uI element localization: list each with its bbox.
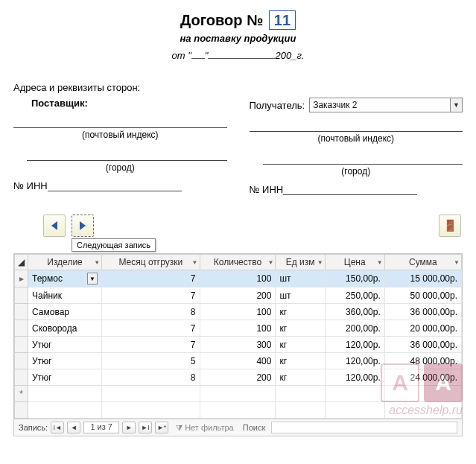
chevron-down-icon[interactable]: ▼ (192, 259, 198, 266)
last-record-button[interactable]: ►I (139, 422, 152, 433)
cell-month[interactable]: 7 (102, 337, 200, 353)
recipient-city-line[interactable] (263, 153, 463, 165)
recipient-inn-line[interactable] (283, 185, 417, 195)
table-row[interactable]: ▸Термос▼7100шт150,00р.15 000,00р. (15, 270, 462, 287)
empty-cell[interactable] (102, 386, 200, 402)
next-record-button[interactable] (72, 214, 94, 237)
chevron-down-icon[interactable]: ▼ (454, 259, 460, 266)
row-selector[interactable] (15, 304, 28, 320)
table-row[interactable]: Чайник7200шт250,00р.50 000,00р. (15, 287, 462, 304)
cell-month[interactable]: 8 (102, 369, 200, 386)
empty-cell[interactable] (384, 386, 461, 402)
cell-item[interactable]: Утюг (28, 337, 102, 353)
cell-unit[interactable]: кг (276, 320, 325, 337)
cell-month[interactable]: 7 (102, 320, 200, 337)
row-selector[interactable]: ▸ (15, 270, 28, 287)
cell-price[interactable]: 360,00р. (325, 304, 384, 320)
cell-price[interactable]: 120,00р. (325, 337, 384, 353)
col-item[interactable]: Изделие▼ (28, 255, 102, 270)
cell-price[interactable]: 120,00р. (325, 353, 384, 369)
cell-sum[interactable]: 24 000,00р. (384, 369, 461, 386)
row-selector[interactable] (15, 287, 28, 304)
row-selector[interactable] (15, 353, 28, 369)
cell-price[interactable]: 150,00р. (325, 270, 384, 287)
cell-month[interactable]: 7 (102, 287, 200, 304)
close-form-button[interactable]: 🚪 (439, 214, 461, 237)
chevron-down-icon[interactable]: ▼ (317, 259, 323, 266)
col-price[interactable]: Цена▼ (325, 255, 384, 270)
cell-sum[interactable]: 20 000,00р. (384, 320, 461, 337)
filter-indicator[interactable]: ⧩ Нет фильтра (176, 423, 234, 433)
row-selector-header[interactable]: ◢ (15, 255, 28, 270)
cell-qty[interactable]: 400 (200, 353, 276, 369)
cell-month[interactable]: 8 (102, 304, 200, 320)
recipient-combobox[interactable]: Заказчик 2 ▼ (309, 98, 463, 112)
col-unit[interactable]: Ед изм▼ (276, 255, 325, 270)
prev-record-nav-button[interactable]: ◄ (67, 422, 80, 433)
next-record-nav-button[interactable]: ► (122, 422, 136, 433)
cell-qty[interactable]: 100 (200, 320, 276, 337)
supplier-inn-line[interactable] (48, 181, 182, 191)
table-row[interactable]: Утюг7300кг120,00р.36 000,00р. (15, 337, 462, 353)
col-month[interactable]: Месяц отгрузки▼ (102, 255, 200, 270)
cell-sum[interactable]: 15 000,00р. (384, 270, 461, 287)
row-selector[interactable] (15, 337, 28, 353)
contract-number-field[interactable]: 11 (269, 10, 296, 30)
supplier-city-line[interactable] (27, 149, 227, 161)
chevron-down-icon[interactable]: ▼ (450, 98, 462, 112)
empty-cell[interactable] (276, 386, 325, 402)
cell-unit[interactable]: кг (276, 369, 325, 386)
table-row[interactable]: Утюг5400кг120,00р.48 000,00р. (15, 353, 462, 369)
table-row[interactable]: Самовар8100кг360,00р.36 000,00р. (15, 304, 462, 320)
table-row[interactable]: Сковорода7100кг200,00р.20 000,00р. (15, 320, 462, 337)
cell-item[interactable]: Термос▼ (28, 270, 102, 287)
col-sum[interactable]: Сумма▼ (384, 255, 461, 270)
cell-qty[interactable]: 200 (200, 369, 276, 386)
cell-price[interactable]: 250,00р. (325, 287, 384, 304)
cell-qty[interactable]: 300 (200, 337, 276, 353)
cell-month[interactable]: 7 (102, 270, 200, 287)
empty-cell[interactable] (200, 386, 276, 402)
new-record-selector[interactable]: * (15, 386, 28, 402)
row-selector[interactable] (15, 320, 28, 337)
new-record-row[interactable]: * (15, 386, 462, 402)
cell-unit[interactable]: шт (276, 270, 325, 287)
chevron-down-icon[interactable]: ▼ (87, 273, 98, 285)
cell-price[interactable]: 200,00р. (325, 320, 384, 337)
new-record-button[interactable]: ►* (155, 422, 168, 433)
cell-item[interactable]: Сковорода (28, 320, 102, 337)
cell-qty[interactable]: 200 (200, 287, 276, 304)
cell-sum[interactable]: 36 000,00р. (384, 304, 461, 320)
empty-cell[interactable] (28, 386, 102, 402)
cell-item[interactable]: Утюг (28, 369, 102, 386)
cell-item[interactable]: Самовар (28, 304, 102, 320)
cell-qty[interactable]: 100 (200, 304, 276, 320)
search-input[interactable] (271, 422, 457, 433)
table-row[interactable]: Утюг8200кг120,00р.24 000,00р. (15, 369, 462, 386)
cell-unit[interactable]: кг (276, 353, 325, 369)
supplier-postal-line[interactable] (13, 116, 227, 128)
col-qty[interactable]: Количество▼ (200, 255, 276, 270)
cell-qty[interactable]: 100 (200, 270, 276, 287)
recipient-postal-line[interactable] (250, 120, 463, 132)
cell-sum[interactable]: 50 000,00р. (384, 287, 461, 304)
cell-item[interactable]: Чайник (28, 287, 102, 304)
cell-item[interactable]: Утюг (28, 353, 102, 369)
cell-unit[interactable]: кг (276, 304, 325, 320)
cell-unit[interactable]: кг (276, 337, 325, 353)
record-position[interactable]: 1 из 7 (83, 422, 119, 433)
chevron-down-icon[interactable]: ▼ (94, 259, 100, 266)
cell-unit[interactable]: шт (276, 287, 325, 304)
cell-sum[interactable]: 36 000,00р. (384, 337, 461, 353)
row-selector[interactable] (15, 369, 28, 386)
chevron-down-icon[interactable]: ▼ (377, 259, 383, 266)
cell-month[interactable]: 5 (102, 353, 200, 369)
cell-sum[interactable]: 48 000,00р. (384, 353, 461, 369)
first-record-button[interactable]: I◄ (51, 422, 64, 433)
prev-record-button[interactable] (43, 214, 66, 237)
cell-price[interactable]: 120,00р. (325, 369, 384, 386)
empty-cell[interactable] (325, 386, 384, 402)
chevron-down-icon[interactable]: ▼ (267, 259, 273, 266)
date-month-blank[interactable] (208, 58, 275, 59)
date-day-blank[interactable] (191, 58, 205, 59)
